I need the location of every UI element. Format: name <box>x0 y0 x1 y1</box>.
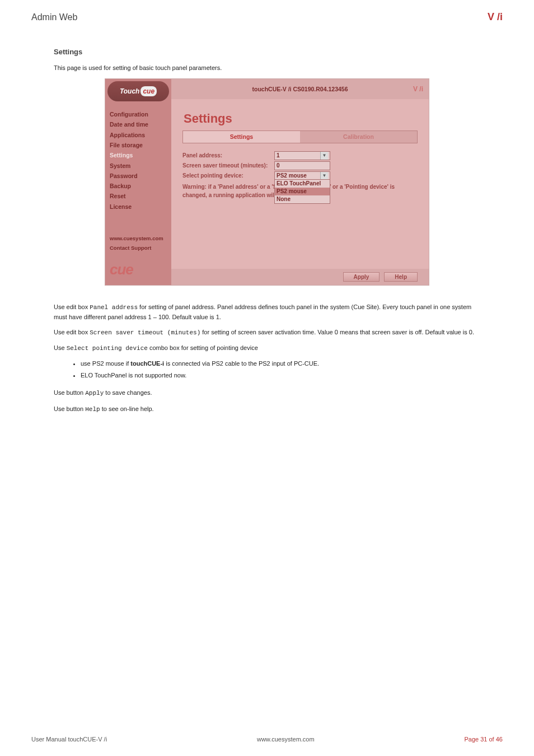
footer-right: Page 31 of 46 <box>464 736 503 743</box>
header-version: V /i <box>413 84 423 95</box>
page-title: Settings <box>184 109 418 128</box>
sidebar-item-license[interactable]: License <box>110 202 167 212</box>
contact-support-link[interactable]: Contact Support <box>110 244 167 253</box>
sidebar-item-filestorage[interactable]: File storage <box>110 140 167 150</box>
doc-header-title: Admin Web <box>31 12 77 22</box>
pointing-device-dropdown[interactable]: ELO TouchPanel PS2 mouse None <box>274 179 330 204</box>
sidebar: Touchcue Configuration Date and time App… <box>105 79 171 285</box>
embedded-screenshot: Touchcue Configuration Date and time App… <box>105 78 429 286</box>
dropdown-option-ps2[interactable]: PS2 mouse <box>275 188 330 195</box>
sidebar-item-backup[interactable]: Backup <box>110 181 167 191</box>
list-item: ELO TouchPanel is not supported now. <box>81 371 480 380</box>
tab-settings[interactable]: Settings <box>183 131 300 142</box>
panel-address-value: 1 <box>277 151 280 160</box>
sidebar-support: www.cuesystem.com Contact Support <box>105 231 171 256</box>
doc-header-version: V /i <box>488 11 503 23</box>
support-link[interactable]: www.cuesystem.com <box>110 235 167 243</box>
main-header: touchCUE-V /i CS0190.R04.123456 V /i <box>171 79 429 99</box>
sidebar-item-datetime[interactable]: Date and time <box>110 119 167 129</box>
chevron-down-icon: ▼ <box>320 172 328 180</box>
sidebar-item-password[interactable]: Password <box>110 171 167 181</box>
paragraph-panel-address: Use edit box Panel address for setting o… <box>54 302 480 322</box>
paragraph-pointing: Use Select pointing device combo box for… <box>54 343 480 353</box>
dropdown-option-elo[interactable]: ELO TouchPanel <box>275 180 330 188</box>
panel-address-select[interactable]: 1 ▼ <box>274 151 330 160</box>
screensaver-label: Screen saver timeout (minutes): <box>182 161 274 170</box>
main-panel: touchCUE-V /i CS0190.R04.123456 V /i Set… <box>171 79 429 285</box>
sidebar-item-configuration[interactable]: Configuration <box>110 109 167 119</box>
panel-address-label: Panel address: <box>182 151 274 160</box>
chevron-down-icon: ▼ <box>320 152 328 160</box>
sidebar-item-settings[interactable]: Settings <box>110 150 167 160</box>
cue-logo: cue <box>105 257 171 285</box>
paragraph-help: Use button Help to see on-line help. <box>54 404 480 414</box>
help-button[interactable]: Help <box>384 272 418 282</box>
paragraph-apply: Use button Apply to save changes. <box>54 388 480 398</box>
touchcue-logo: Touchcue <box>107 81 169 101</box>
pointing-device-label: Select pointing device: <box>182 171 274 180</box>
list-item: use PS2 mouse if touchCUE-i is connected… <box>81 359 480 368</box>
intro-paragraph: This page is used for setting of basic t… <box>54 63 480 73</box>
logo-text-a: Touch <box>120 86 140 97</box>
apply-button[interactable]: Apply <box>343 272 380 282</box>
sidebar-nav: Configuration Date and time Applications… <box>105 104 171 215</box>
header-device-id: touchCUE-V /i CS0190.R04.123456 <box>252 85 348 94</box>
tab-calibration[interactable]: Calibration <box>300 131 417 142</box>
dropdown-option-none[interactable]: None <box>275 195 330 203</box>
screensaver-input[interactable]: 0 <box>274 161 330 170</box>
footer-left: User Manual touchCUE-V /i <box>31 736 107 743</box>
screensaver-value: 0 <box>277 161 280 170</box>
footer-center: www.cuesystem.com <box>257 736 315 743</box>
tabs: Settings Calibration <box>182 130 418 143</box>
section-heading: Settings <box>54 46 480 58</box>
pointing-device-list: use PS2 mouse if touchCUE-i is connected… <box>81 359 480 380</box>
sidebar-item-reset[interactable]: Reset <box>110 191 167 201</box>
paragraph-screensaver: Use edit box Screen saver timeout (minut… <box>54 328 480 338</box>
sidebar-item-applications[interactable]: Applications <box>110 130 167 140</box>
sidebar-item-system[interactable]: System <box>110 161 167 171</box>
logo-text-b: cue <box>140 86 157 97</box>
